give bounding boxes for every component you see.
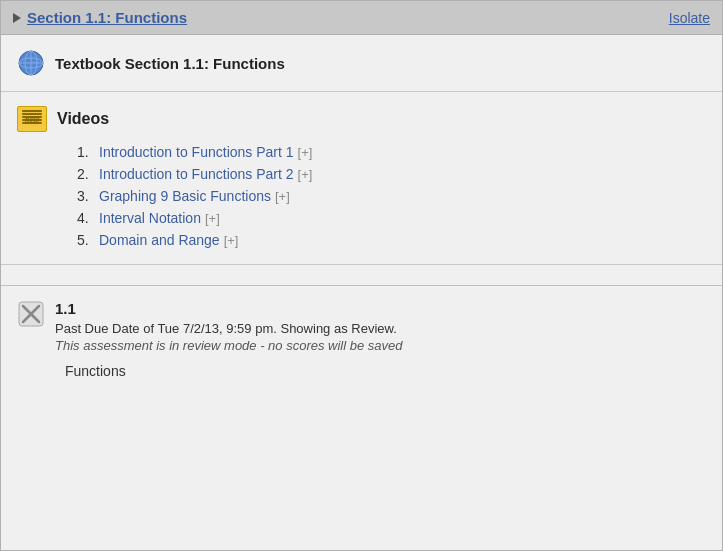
section-title[interactable]: Section 1.1: Functions [27, 9, 187, 26]
header-left: Section 1.1: Functions [13, 9, 187, 26]
videos-header: note Videos [17, 106, 706, 132]
assessment-review-text: This assessment is in review mode - no s… [55, 338, 706, 353]
videos-section: note Videos 1. Introduction to Functions… [1, 92, 722, 265]
list-item: 3. Graphing 9 Basic Functions [+] [77, 188, 706, 204]
video-link-5[interactable]: Domain and Range [99, 232, 220, 248]
plus-badge-4: [+] [205, 211, 220, 226]
list-number: 1. [77, 144, 95, 160]
list-number: 3. [77, 188, 95, 204]
video-link-3[interactable]: Graphing 9 Basic Functions [99, 188, 271, 204]
plus-badge-3: [+] [275, 189, 290, 204]
assessment-number: 1.1 [55, 300, 706, 317]
video-link-4[interactable]: Interval Notation [99, 210, 201, 226]
list-item: 4. Interval Notation [+] [77, 210, 706, 226]
note-icon: note [17, 106, 47, 132]
list-number: 2. [77, 166, 95, 182]
main-container: Section 1.1: Functions Isolate Textbook … [0, 0, 723, 551]
video-list: 1. Introduction to Functions Part 1 [+] … [17, 144, 706, 248]
globe-icon [17, 49, 45, 77]
collapse-icon[interactable] [13, 13, 21, 23]
textbook-row: Textbook Section 1.1: Functions [1, 35, 722, 92]
video-link-2[interactable]: Introduction to Functions Part 2 [99, 166, 294, 182]
video-link-1[interactable]: Introduction to Functions Part 1 [99, 144, 294, 160]
assessment-row: 1.1 Past Due Date of Tue 7/2/13, 9:59 pm… [17, 300, 706, 379]
assessment-icon [17, 300, 45, 328]
plus-badge-5: [+] [224, 233, 239, 248]
assessment-due-text: Past Due Date of Tue 7/2/13, 9:59 pm. Sh… [55, 321, 706, 336]
assessment-section: 1.1 Past Due Date of Tue 7/2/13, 9:59 pm… [1, 286, 722, 393]
spacer [1, 265, 722, 285]
list-number: 5. [77, 232, 95, 248]
plus-badge-2: [+] [298, 167, 313, 182]
isolate-button[interactable]: Isolate [669, 10, 710, 26]
assessment-name: Functions [65, 363, 706, 379]
list-item: 2. Introduction to Functions Part 2 [+] [77, 166, 706, 182]
plus-badge-1: [+] [298, 145, 313, 160]
list-number: 4. [77, 210, 95, 226]
textbook-title: Textbook Section 1.1: Functions [55, 55, 285, 72]
header: Section 1.1: Functions Isolate [1, 1, 722, 35]
assessment-content: 1.1 Past Due Date of Tue 7/2/13, 9:59 pm… [55, 300, 706, 379]
videos-label: Videos [57, 110, 109, 128]
list-item: 5. Domain and Range [+] [77, 232, 706, 248]
content-area: Textbook Section 1.1: Functions note Vid… [1, 35, 722, 550]
list-item: 1. Introduction to Functions Part 1 [+] [77, 144, 706, 160]
